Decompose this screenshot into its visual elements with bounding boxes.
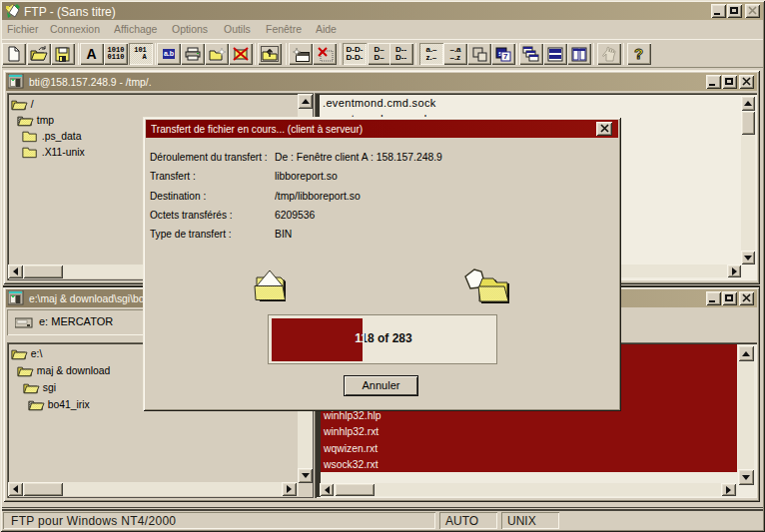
svg-text:?: ? [634, 46, 643, 62]
svg-text:7: 7 [503, 52, 508, 61]
